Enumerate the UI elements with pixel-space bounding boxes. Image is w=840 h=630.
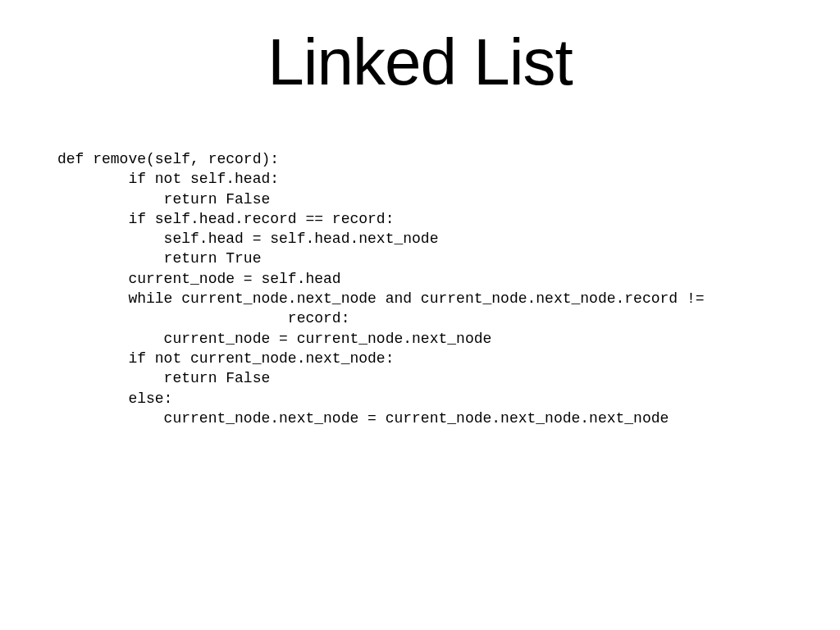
slide-title: Linked List: [41, 25, 799, 100]
code-line: current_node = current_node.next_node: [57, 331, 491, 347]
code-line: if not self.head:: [57, 171, 279, 187]
code-line: return False: [57, 191, 270, 208]
code-line: return True: [57, 250, 261, 267]
code-line: current_node.next_node = current_node.ne…: [57, 410, 669, 427]
code-line: record:: [57, 310, 349, 326]
code-line: else:: [57, 390, 172, 407]
slide-container: Linked List def remove(self, record): if…: [0, 0, 840, 630]
code-line: def remove(self, record):: [57, 151, 279, 167]
code-line: current_node = self.head: [57, 271, 341, 287]
code-line: return False: [57, 370, 270, 386]
code-line: self.head = self.head.next_node: [57, 231, 438, 247]
code-line: while current_node.next_node and current…: [57, 290, 705, 307]
code-line: if not current_node.next_node:: [57, 350, 394, 367]
code-line: if self.head.record == record:: [57, 211, 394, 227]
code-block: def remove(self, record): if not self.he…: [41, 149, 799, 428]
